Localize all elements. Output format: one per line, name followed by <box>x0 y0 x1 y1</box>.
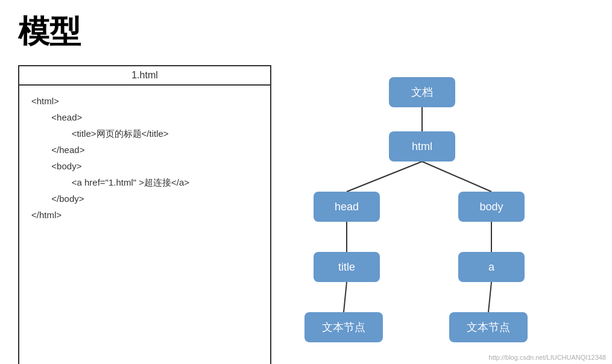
code-line: </html> <box>31 207 258 223</box>
code-line: <a href="1.html" >超连接</a> <box>31 174 258 190</box>
code-line: <title>网页的标题</title> <box>31 125 258 142</box>
svg-line-2 <box>422 162 491 192</box>
code-box-title: 1.html <box>19 66 270 86</box>
tree-node-body: body <box>458 192 525 222</box>
tree-area: 文档htmlheadbodytitlea文本节点文本节点 <box>295 65 594 364</box>
svg-line-6 <box>488 282 491 312</box>
tree-node-html: html <box>389 131 455 162</box>
code-line: <body> <box>31 158 258 174</box>
tree-node-title: title <box>314 252 380 282</box>
code-box: 1.html <html> <head> <title>网页的标题</title… <box>18 65 271 364</box>
svg-line-1 <box>347 162 422 192</box>
tree-node-tn2: 文本节点 <box>449 312 528 342</box>
svg-line-5 <box>344 282 347 312</box>
code-line: </head> <box>31 142 258 158</box>
tree-node-tn1: 文本节点 <box>304 312 383 342</box>
tree-node-a: a <box>458 252 525 282</box>
code-line: </body> <box>31 190 258 207</box>
watermark: http://blog.csdn.net/LIUCHUANQI12348 <box>489 354 606 361</box>
tree-node-doc: 文档 <box>389 77 455 107</box>
code-content: <html> <head> <title>网页的标题</title> </hea… <box>19 86 270 230</box>
page-title: 模型 <box>0 0 612 59</box>
code-line: <html> <box>31 93 258 109</box>
main-content: 1.html <html> <head> <title>网页的标题</title… <box>0 59 612 364</box>
tree-node-head: head <box>314 192 380 222</box>
code-line: <head> <box>31 109 258 125</box>
